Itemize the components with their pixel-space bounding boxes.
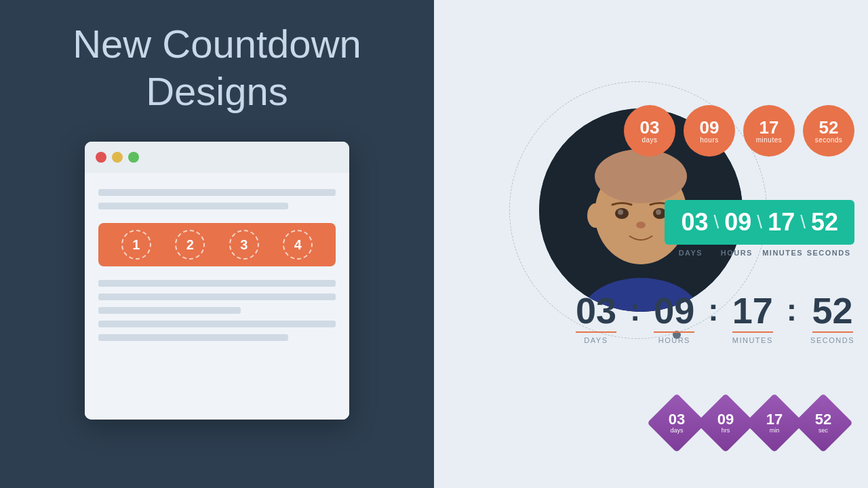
circles-minutes-value: 17: [760, 119, 779, 136]
circles-hours-value: 09: [700, 119, 719, 136]
dot-green: [128, 152, 139, 163]
progress-bar: 1 2 3 4: [98, 223, 336, 266]
left-panel: New Countdown Designs 1 2 3 4: [0, 0, 434, 488]
diamond-minutes: 17 min: [750, 399, 799, 447]
teal-minutes-label: MINUTES: [760, 249, 806, 257]
plain-days: 03 DAYS: [576, 292, 616, 344]
svg-point-4: [587, 203, 604, 228]
diamond-minutes-value: 17: [766, 412, 783, 427]
content-line-2: [98, 203, 288, 209]
teal-hours-label: HOURS: [713, 249, 760, 257]
diamond-seconds: 52 sec: [799, 399, 848, 447]
plain-hours-label: HOURS: [658, 336, 690, 344]
plain-days-value: 03: [576, 292, 616, 333]
content-line-7: [98, 334, 288, 341]
content-line-4: [98, 293, 336, 300]
content-line-6: [98, 321, 336, 327]
browser-content: 1 2 3 4: [85, 173, 349, 420]
plain-sep-2: :: [708, 291, 718, 328]
circles-hours-label: hours: [700, 136, 719, 144]
diamond-minutes-label: min: [770, 427, 780, 434]
circles-minutes: 17 minutes: [743, 105, 795, 157]
diamond-hours: 09 hrs: [701, 399, 750, 447]
teal-sep-1: \: [714, 211, 719, 233]
teal-days-value: 03: [681, 208, 708, 237]
content-line-1: [98, 189, 336, 196]
plain-seconds-label: SECONDS: [810, 336, 854, 344]
diamond-hours-value: 09: [717, 412, 734, 427]
dot-red: [96, 152, 106, 163]
step-3: 3: [229, 230, 259, 260]
circles-seconds-label: seconds: [815, 136, 843, 144]
circles-days-label: days: [642, 136, 657, 144]
plain-minutes-label: MINUTES: [732, 336, 773, 344]
svg-point-6: [595, 149, 687, 203]
diamond-days-content: 03 days: [669, 412, 685, 434]
teal-sep-2: \: [757, 211, 762, 233]
diamond-seconds-value: 52: [815, 412, 831, 427]
diamond-minutes-content: 17 min: [766, 412, 783, 434]
circles-minutes-label: minutes: [756, 136, 783, 144]
browser-bar: [85, 142, 349, 173]
content-line-3: [98, 280, 336, 287]
plain-minutes: 17 MINUTES: [732, 292, 773, 344]
teal-days-label: DAYS: [667, 249, 713, 257]
plain-sep-3: :: [787, 291, 797, 328]
step-4: 4: [283, 230, 313, 260]
svg-point-11: [636, 222, 646, 228]
svg-point-9: [618, 209, 623, 215]
countdown-teal: 03 \ 09 \ 17 \ 52 DAYS HOURS MINUTES SEC…: [665, 200, 854, 257]
circles-hours: 09 hours: [684, 105, 735, 157]
diamond-days: 03 days: [652, 399, 701, 447]
diamond-seconds-label: sec: [818, 427, 828, 434]
content-line-5: [98, 307, 241, 314]
plain-days-label: DAYS: [584, 336, 608, 344]
step-2: 2: [175, 230, 205, 260]
plain-sep-1: :: [630, 291, 640, 328]
circles-days: 03 days: [624, 105, 675, 157]
teal-hours-value: 09: [724, 208, 751, 237]
teal-labels: DAYS HOURS MINUTES SECONDS: [665, 249, 854, 257]
teal-seconds-label: SECONDS: [806, 249, 852, 257]
circles-seconds-value: 52: [819, 119, 839, 136]
browser-mockup: 1 2 3 4: [85, 142, 349, 420]
countdown-plain: 03 DAYS : 09 HOURS : 17 MINUTES : 52 SEC…: [576, 291, 854, 344]
right-panel: 03 days 09 hours 17 minutes 52 seconds 0…: [434, 0, 868, 488]
countdown-circles: 03 days 09 hours 17 minutes 52 seconds: [624, 105, 854, 157]
diamond-hours-label: hrs: [722, 427, 730, 434]
circles-seconds: 52 seconds: [803, 105, 854, 157]
step-1: 1: [121, 230, 151, 260]
plain-seconds-value: 52: [812, 292, 853, 333]
teal-bar: 03 \ 09 \ 17 \ 52: [665, 200, 854, 245]
plain-hours: 09 HOURS: [654, 292, 694, 344]
plain-minutes-value: 17: [732, 292, 773, 333]
diamond-seconds-content: 52 sec: [815, 412, 831, 434]
dot-yellow: [112, 152, 123, 163]
countdown-diamond: 03 days 09 hrs 17 min 52 sec: [652, 399, 848, 447]
teal-minutes-value: 17: [768, 208, 795, 237]
circles-days-value: 03: [640, 119, 660, 136]
page-title: New Countdown Designs: [0, 20, 434, 115]
plain-hours-value: 09: [654, 292, 694, 333]
teal-sep-3: \: [800, 211, 806, 233]
diamond-hours-content: 09 hrs: [717, 412, 734, 434]
diamond-days-label: days: [670, 427, 683, 434]
svg-point-10: [656, 209, 661, 215]
teal-seconds-value: 52: [811, 208, 838, 237]
diamond-days-value: 03: [669, 412, 685, 427]
plain-seconds: 52 SECONDS: [810, 292, 854, 344]
